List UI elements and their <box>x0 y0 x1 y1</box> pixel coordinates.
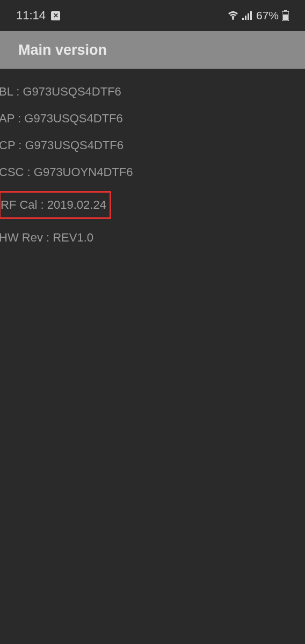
svg-rect-1 <box>242 18 244 20</box>
info-row-hw-rev: HW Rev : REV1.0 <box>0 224 305 251</box>
battery-percent: 67% <box>256 9 279 22</box>
close-icon: ✕ <box>51 11 60 20</box>
info-row-cp: CP : G973USQS4DTF6 <box>0 132 305 159</box>
signal-icon <box>242 11 253 20</box>
svg-rect-7 <box>283 14 288 20</box>
svg-point-0 <box>232 18 234 20</box>
info-row-bl: BL : G973USQS4DTF6 <box>0 78 305 105</box>
info-row-rf-cal-highlighted: RF Cal : 2019.02.24 <box>0 191 111 219</box>
svg-rect-3 <box>248 13 249 20</box>
svg-rect-2 <box>245 16 246 20</box>
header-bar: Main version <box>0 31 305 69</box>
status-time: 11:14 <box>16 9 46 23</box>
status-bar-left: 11:14 ✕ <box>16 9 60 23</box>
wifi-icon <box>227 11 239 20</box>
page-title: Main version <box>18 42 107 58</box>
status-bar-right: 67% <box>227 9 289 22</box>
status-bar: 11:14 ✕ 67% <box>0 0 305 31</box>
content: BL : G973USQS4DTF6 AP : G973USQS4DTF6 CP… <box>0 69 305 251</box>
battery-icon <box>282 10 289 21</box>
info-row-ap: AP : G973USQS4DTF6 <box>0 105 305 132</box>
svg-rect-4 <box>250 11 252 20</box>
info-row-csc: CSC : G973UOYN4DTF6 <box>0 159 305 186</box>
